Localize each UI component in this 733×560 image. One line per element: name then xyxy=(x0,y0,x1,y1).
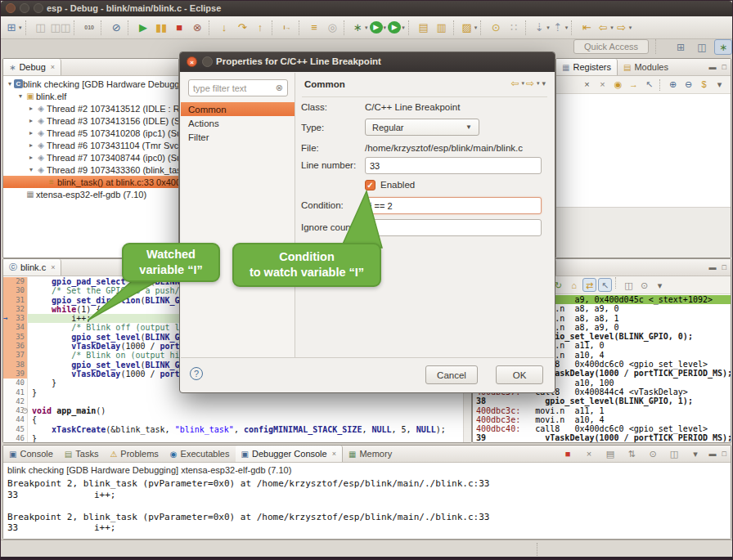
tab-problems[interactable]: ⚠Problems xyxy=(104,446,164,462)
debug-tree-item[interactable]: ▸◈Thread #2 1073413512 (IDLE : Running) xyxy=(3,102,178,114)
ok-button[interactable]: OK xyxy=(496,365,543,384)
debug-tree-item[interactable]: ▾Cblink checking [GDB Hardware Debugging… xyxy=(3,78,178,90)
suspend-button[interactable]: ▮▮ xyxy=(153,19,169,37)
debug-tree-item[interactable]: ▾▣blink.elf xyxy=(3,90,178,102)
ignore-count-field[interactable] xyxy=(365,219,542,236)
remove-all-icon[interactable]: × xyxy=(596,78,609,92)
dialog-nav-common[interactable]: Common xyxy=(181,102,295,116)
step-over-button[interactable]: ↷ xyxy=(234,19,250,37)
debug-tree-item[interactable]: ▦xtensa-esp32-elf-gdb (7.10) xyxy=(3,188,178,200)
help-icon[interactable]: ? xyxy=(190,367,203,380)
chevron-down-icon[interactable]: ▾ xyxy=(521,80,524,87)
editor-gutter[interactable]: 38 xyxy=(3,361,28,370)
dialog-nav-filter[interactable]: Filter xyxy=(181,130,295,144)
new-button[interactable]: ⊞▾ xyxy=(5,19,22,37)
tree-expander-icon[interactable]: ▾ xyxy=(6,80,14,87)
maximize-icon[interactable]: □ xyxy=(722,450,726,458)
mark-occurrences-button[interactable]: ▨▾ xyxy=(461,19,478,37)
editor-gutter[interactable]: 36 xyxy=(3,342,28,351)
sync-with-source-icon[interactable]: ⇄ xyxy=(582,278,596,292)
window-minimize-button[interactable] xyxy=(20,3,29,13)
tree-expander-icon[interactable]: ▸ xyxy=(27,141,35,149)
editor-gutter[interactable]: 42 xyxy=(3,397,28,406)
dialog-nav-actions[interactable]: Actions xyxy=(181,116,295,130)
add-register-group-icon[interactable]: ⊕ xyxy=(666,78,680,92)
tab-debugger-console[interactable]: ▣Debugger Console× xyxy=(236,446,343,462)
run-button[interactable]: ▶▾ xyxy=(370,19,387,37)
tree-expander-icon[interactable]: ▸ xyxy=(27,154,35,161)
instruction-stepping-button[interactable]: i→ xyxy=(279,19,295,37)
debug-tree-item[interactable]: ▸◈Thread #3 1073413156 (IDLE) (Suspended… xyxy=(3,114,178,127)
debug-button[interactable]: ∗▾ xyxy=(351,19,368,37)
editor-gutter[interactable]: 35 xyxy=(3,333,28,342)
pin-view-icon[interactable]: ⊙ xyxy=(637,279,651,293)
window-close-button[interactable] xyxy=(6,3,16,13)
debug-tree-item[interactable]: ▾◈Thread #9 1073433360 (blink_task : Sus… xyxy=(3,164,178,176)
enabled-checkbox[interactable]: ✓ xyxy=(365,180,375,190)
code-line[interactable]: { xyxy=(28,415,463,424)
editor-gutter[interactable]: 43− xyxy=(3,406,28,415)
step-return-button[interactable]: ↑ xyxy=(252,19,268,37)
pin-console-icon[interactable]: ⊙ xyxy=(646,447,660,461)
tab-blink-c[interactable]: ⓒ blink.c × xyxy=(3,259,61,276)
close-icon[interactable]: × xyxy=(51,263,55,271)
filter-input[interactable]: type filter text ⊗ xyxy=(188,79,288,96)
close-icon[interactable]: × xyxy=(51,63,55,71)
next-annotation-button[interactable]: ⇣▾ xyxy=(533,19,550,37)
step-into-button[interactable]: ↓ xyxy=(216,19,232,37)
editor-gutter[interactable]: 34 xyxy=(3,323,28,332)
type-select[interactable]: Regular ▼ xyxy=(365,119,479,136)
line-number-field[interactable] xyxy=(365,157,542,174)
view-menu-icon[interactable]: ▾ xyxy=(542,79,546,87)
editor-gutter[interactable]: 37 xyxy=(3,351,28,360)
dialog-minimize-button[interactable] xyxy=(202,56,213,67)
maximize-icon[interactable]: □ xyxy=(722,263,726,271)
remove-launch-icon[interactable]: × xyxy=(582,447,596,461)
editor-gutter[interactable]: 45 xyxy=(3,425,28,434)
previous-annotation-button[interactable]: ⇡▾ xyxy=(551,19,569,37)
clear-console-icon[interactable]: ▤ xyxy=(604,447,618,461)
window-maximize-button[interactable] xyxy=(34,3,43,13)
clear-filter-icon[interactable]: ⊗ xyxy=(276,83,283,93)
minimize-icon[interactable]: ▬ xyxy=(709,450,717,458)
editor-gutter[interactable]: 39 xyxy=(3,370,28,379)
open-resource-button[interactable]: ▥ xyxy=(434,19,450,37)
debug-perspective-button[interactable]: ∗ xyxy=(714,39,732,55)
scroll-lock-icon[interactable]: ⇅ xyxy=(625,447,639,461)
code-line[interactable]: void app_main() xyxy=(28,406,463,415)
display-selected-console-icon[interactable]: ◫ xyxy=(668,447,681,461)
profile-button[interactable]: ◎ xyxy=(324,19,340,37)
open-new-view-icon[interactable]: ◫ xyxy=(622,279,636,293)
follow-cursor-icon[interactable]: ↖ xyxy=(598,278,612,292)
coverage-dots-button[interactable]: ∷ xyxy=(506,19,522,37)
quick-access-button[interactable]: Quick Access xyxy=(573,39,649,54)
code-line[interactable] xyxy=(28,397,463,406)
back-arrow-icon[interactable]: ⇦ xyxy=(510,78,519,89)
number-format-icon[interactable]: $ xyxy=(697,78,711,92)
editor-gutter[interactable]: 30 xyxy=(3,286,28,295)
disconnect-button[interactable]: ⊗ xyxy=(189,19,205,37)
show-type-names-icon[interactable]: ◉ xyxy=(611,78,625,92)
console-menu-icon[interactable]: ▾ xyxy=(689,447,703,461)
debug-tree-item[interactable]: ≡blink_task() at blink.c:33 0x400dbc24 xyxy=(3,176,178,188)
tab-registers[interactable]: ▦ Registers xyxy=(556,59,618,75)
open-perspective-button[interactable]: ⊞ xyxy=(672,39,690,55)
minimize-icon[interactable]: ▬ xyxy=(709,263,717,271)
editor-gutter[interactable]: →33 xyxy=(3,314,28,323)
fold-minus-icon[interactable]: − xyxy=(22,408,28,414)
tab-debug[interactable]: ∗ Debug × xyxy=(3,59,61,75)
forward-button[interactable]: ⇨▾ xyxy=(615,19,632,37)
editor-gutter[interactable]: 40 xyxy=(3,379,28,388)
save-all-button[interactable]: ◫◫ xyxy=(51,19,71,37)
view-menu-icon[interactable]: ▾ xyxy=(713,78,726,92)
debug-tree-item[interactable]: ▸◈Thread #7 1073408744 (ipc0) (Suspended… xyxy=(3,151,178,164)
close-icon[interactable]: × xyxy=(332,450,336,458)
resume-button[interactable]: ▶ xyxy=(135,19,151,37)
tree-expander-icon[interactable]: ▸ xyxy=(27,105,35,112)
home-icon[interactable]: ⌂ xyxy=(567,279,581,293)
condition-field[interactable] xyxy=(365,197,542,214)
minimize-icon[interactable]: ▬ xyxy=(709,63,717,71)
save-button[interactable]: ◫ xyxy=(33,19,49,37)
last-edit-location-button[interactable]: ⇤ xyxy=(578,19,595,37)
cancel-button[interactable]: Cancel xyxy=(425,365,478,384)
